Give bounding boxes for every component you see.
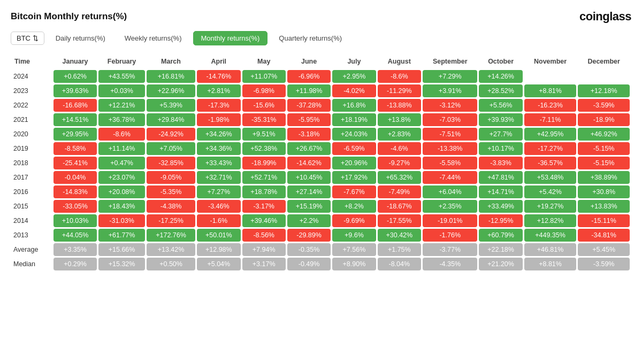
value-cell: +52.71% bbox=[242, 171, 286, 184]
value-cell: +6.04% bbox=[423, 185, 477, 198]
value-cell: -31.03% bbox=[98, 214, 145, 227]
asset-selector[interactable]: BTC ⇅ bbox=[11, 32, 44, 45]
value-cell: +46.92% bbox=[578, 128, 630, 141]
value-cell: +61.77% bbox=[98, 229, 145, 242]
value-cell: -33.05% bbox=[54, 200, 97, 213]
value-cell: -17.25% bbox=[147, 214, 195, 227]
median-value-cell: -3.59% bbox=[578, 258, 630, 270]
value-cell: +11.14% bbox=[98, 142, 145, 155]
table-header-row: Time January February March April May Ju… bbox=[12, 55, 630, 68]
value-cell: -17.55% bbox=[378, 214, 421, 227]
median-value-cell: +0.29% bbox=[54, 258, 97, 270]
value-cell: -3.83% bbox=[479, 157, 522, 169]
col-october: October bbox=[479, 55, 522, 68]
table-row: 2024+0.62%+43.55%+16.81%-14.76%+11.07%-6… bbox=[12, 70, 630, 83]
value-cell: -14.83% bbox=[54, 185, 97, 198]
page-container: Bitcoin Monthly returns(%) coinglass BTC… bbox=[0, 0, 642, 282]
value-cell: +50.01% bbox=[197, 229, 240, 242]
value-cell: +34.36% bbox=[197, 142, 240, 155]
median-value-cell: +21.20% bbox=[479, 258, 522, 270]
col-february: February bbox=[98, 55, 145, 68]
table-row: 2014+10.03%-31.03%-17.25%-1.6%+39.46%+2.… bbox=[12, 214, 630, 227]
value-cell: +11.98% bbox=[287, 84, 331, 97]
value-cell: +52.38% bbox=[242, 142, 286, 155]
value-cell: +44.05% bbox=[54, 229, 97, 242]
value-cell: -17.27% bbox=[524, 142, 577, 155]
value-cell: +26.67% bbox=[287, 142, 331, 155]
value-cell: -18.9% bbox=[578, 113, 630, 126]
value-cell: +2.95% bbox=[332, 70, 376, 83]
average-value-cell: +22.18% bbox=[479, 243, 522, 256]
value-cell: -3.59% bbox=[578, 99, 630, 112]
col-july: July bbox=[332, 55, 376, 68]
value-cell: +20.08% bbox=[98, 185, 145, 198]
value-cell: -3.12% bbox=[423, 99, 477, 112]
value-cell: -35.31% bbox=[242, 113, 286, 126]
value-cell: +7.05% bbox=[147, 142, 195, 155]
value-cell: -6.59% bbox=[332, 142, 376, 155]
value-cell: +18.78% bbox=[242, 185, 286, 198]
average-value-cell: +46.81% bbox=[524, 243, 577, 256]
median-value-cell: +5.04% bbox=[197, 258, 240, 270]
value-cell: -36.57% bbox=[524, 157, 577, 169]
value-cell: -12.95% bbox=[479, 214, 522, 227]
value-cell: +30.42% bbox=[378, 229, 421, 242]
median-value-cell: -0.49% bbox=[287, 258, 331, 270]
value-cell: -34.81% bbox=[578, 229, 630, 242]
value-cell: +9.51% bbox=[242, 128, 286, 141]
value-cell: -14.62% bbox=[287, 157, 331, 169]
value-cell: +0.47% bbox=[98, 157, 145, 169]
average-value-cell: +3.35% bbox=[54, 243, 97, 256]
median-value-cell: +0.50% bbox=[147, 258, 195, 270]
value-cell: -15.6% bbox=[242, 99, 286, 112]
table-row: 2022-16.68%+12.21%+5.39%-17.3%-15.6%-37.… bbox=[12, 99, 630, 112]
value-cell: +5.39% bbox=[147, 99, 195, 112]
value-cell: +7.27% bbox=[197, 185, 240, 198]
table-row: 2017-0.04%+23.07%-9.05%+32.71%+52.71%+10… bbox=[12, 171, 630, 184]
value-cell: -24.92% bbox=[147, 128, 195, 141]
value-cell: +60.79% bbox=[479, 229, 522, 242]
col-may: May bbox=[242, 55, 286, 68]
value-cell: -5.95% bbox=[287, 113, 331, 126]
average-value-cell: +1.75% bbox=[378, 243, 421, 256]
value-cell: +29.95% bbox=[54, 128, 97, 141]
value-cell: -1.76% bbox=[423, 229, 477, 242]
value-cell: -8.58% bbox=[54, 142, 97, 155]
average-value-cell: -3.77% bbox=[423, 243, 477, 256]
value-cell: +11.07% bbox=[242, 70, 286, 83]
year-cell: 2013 bbox=[12, 229, 52, 242]
tab-monthly[interactable]: Monthly returns(%) bbox=[193, 31, 268, 45]
value-cell: -5.15% bbox=[578, 157, 630, 169]
median-row: Median+0.29%+15.32%+0.50%+5.04%+3.17%-0.… bbox=[12, 258, 630, 270]
value-cell: +39.93% bbox=[479, 113, 522, 126]
value-cell: +15.19% bbox=[287, 200, 331, 213]
value-cell: -13.38% bbox=[423, 142, 477, 155]
year-cell: 2019 bbox=[12, 142, 52, 155]
table-row: 2013+44.05%+61.77%+172.76%+50.01%-8.56%-… bbox=[12, 229, 630, 242]
value-cell: +38.89% bbox=[578, 171, 630, 184]
median-label: Median bbox=[12, 258, 52, 270]
value-cell: +17.92% bbox=[332, 171, 376, 184]
tab-daily[interactable]: Daily returns(%) bbox=[48, 31, 113, 45]
value-cell: -18.99% bbox=[242, 157, 286, 169]
value-cell: +30.8% bbox=[578, 185, 630, 198]
value-cell: +2.83% bbox=[378, 128, 421, 141]
col-march: March bbox=[147, 55, 195, 68]
tab-weekly[interactable]: Weekly returns(%) bbox=[117, 31, 190, 45]
average-value-cell: +15.66% bbox=[98, 243, 145, 256]
page-title: Bitcoin Monthly returns(%) bbox=[11, 11, 127, 22]
value-cell: +22.96% bbox=[147, 84, 195, 97]
value-cell: -3.46% bbox=[197, 200, 240, 213]
value-cell: -6.96% bbox=[287, 70, 331, 83]
value-cell: -3.18% bbox=[287, 128, 331, 141]
value-cell: +19.27% bbox=[524, 200, 577, 213]
tab-quarterly[interactable]: Quarterly returns(%) bbox=[271, 31, 350, 45]
value-cell: +43.55% bbox=[98, 70, 145, 83]
col-december: December bbox=[578, 55, 630, 68]
value-cell: +65.32% bbox=[378, 171, 421, 184]
year-cell: 2024 bbox=[12, 70, 52, 83]
value-cell: +18.43% bbox=[98, 200, 145, 213]
value-cell: -7.11% bbox=[524, 113, 577, 126]
median-value-cell: -8.04% bbox=[378, 258, 421, 270]
value-cell: +0.03% bbox=[98, 84, 145, 97]
